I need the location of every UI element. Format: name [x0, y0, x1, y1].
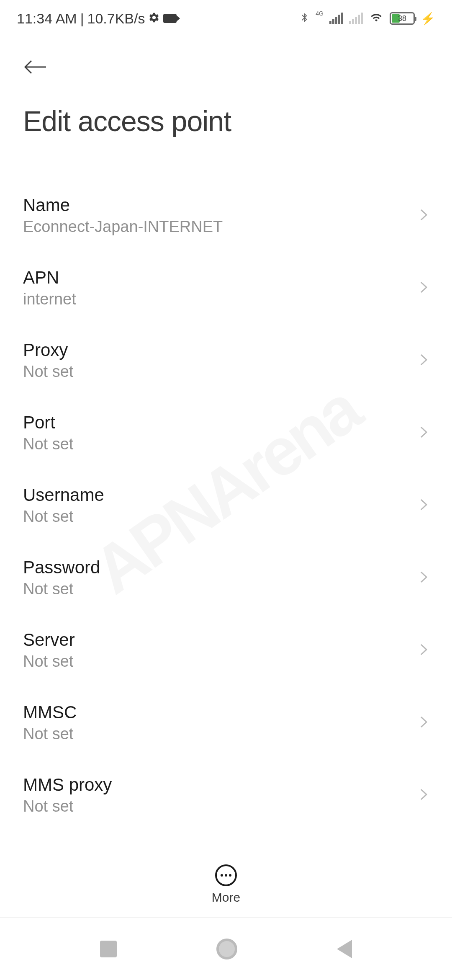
- chevron-right-icon: [419, 279, 429, 297]
- setting-item-mmsc[interactable]: MMSC Not set: [23, 686, 429, 759]
- status-bar: 11:34 AM | 10.7KB/s 4G 38 ⚡: [0, 0, 452, 34]
- wifi-icon: [369, 12, 384, 25]
- navigation-bar: [0, 917, 452, 980]
- setting-label: Proxy: [23, 340, 419, 360]
- gear-icon: [148, 10, 160, 27]
- setting-label: MMS proxy: [23, 775, 419, 795]
- nav-recents-button[interactable]: [100, 941, 117, 957]
- more-icon: [215, 864, 237, 886]
- setting-label: Port: [23, 413, 419, 433]
- signal-bars-2: [349, 13, 363, 24]
- chevron-right-icon: [419, 424, 429, 442]
- chevron-right-icon: [419, 714, 429, 732]
- chevron-right-icon: [419, 206, 429, 225]
- setting-value: Econnect-Japan-INTERNET: [23, 218, 419, 236]
- page-title: Edit access point: [23, 105, 429, 137]
- chevron-right-icon: [419, 569, 429, 587]
- chevron-right-icon: [419, 496, 429, 515]
- setting-item-proxy[interactable]: Proxy Not set: [23, 324, 429, 397]
- setting-label: Password: [23, 557, 419, 578]
- setting-label: Name: [23, 195, 419, 215]
- charging-icon: ⚡: [421, 12, 435, 26]
- more-button[interactable]: More: [0, 852, 452, 905]
- battery-icon: 38: [390, 12, 415, 25]
- status-left: 11:34 AM | 10.7KB/s: [17, 10, 177, 27]
- setting-label: Server: [23, 630, 419, 650]
- setting-item-apn[interactable]: APN internet: [23, 252, 429, 324]
- setting-value: internet: [23, 290, 419, 308]
- setting-label: Username: [23, 485, 419, 505]
- setting-value: Not set: [23, 508, 419, 526]
- setting-item-port[interactable]: Port Not set: [23, 397, 429, 469]
- nav-back-button[interactable]: [337, 940, 352, 958]
- setting-item-mms-proxy[interactable]: MMS proxy Not set: [23, 759, 429, 831]
- nav-home-button[interactable]: [216, 939, 237, 959]
- setting-item-password[interactable]: Password Not set: [23, 542, 429, 614]
- status-data-rate: 10.7KB/s: [87, 10, 145, 27]
- bluetooth-icon: [300, 11, 310, 26]
- setting-label: APN: [23, 268, 419, 288]
- signal-bars-1: [329, 13, 343, 24]
- camera-icon: [163, 14, 177, 23]
- setting-item-name[interactable]: Name Econnect-Japan-INTERNET: [23, 179, 429, 252]
- chevron-right-icon: [419, 351, 429, 370]
- setting-value: Not set: [23, 580, 419, 598]
- setting-value: Not set: [23, 435, 419, 453]
- settings-list: Name Econnect-Japan-INTERNET APN interne…: [0, 179, 452, 831]
- setting-item-username[interactable]: Username Not set: [23, 469, 429, 542]
- status-time: 11:34 AM: [17, 10, 77, 27]
- setting-value: Not set: [23, 363, 419, 381]
- battery-percent: 38: [398, 14, 406, 23]
- chevron-right-icon: [419, 641, 429, 660]
- status-right: 4G 38 ⚡: [300, 11, 435, 26]
- chevron-right-icon: [419, 786, 429, 805]
- back-button[interactable]: [23, 54, 48, 80]
- status-separator: |: [80, 10, 84, 27]
- network-type-label: 4G: [316, 10, 324, 17]
- more-label: More: [212, 890, 240, 905]
- setting-value: Not set: [23, 652, 419, 671]
- header: Edit access point: [0, 34, 452, 137]
- setting-value: Not set: [23, 725, 419, 743]
- setting-item-server[interactable]: Server Not set: [23, 614, 429, 686]
- setting-value: Not set: [23, 797, 419, 815]
- setting-label: MMSC: [23, 702, 419, 722]
